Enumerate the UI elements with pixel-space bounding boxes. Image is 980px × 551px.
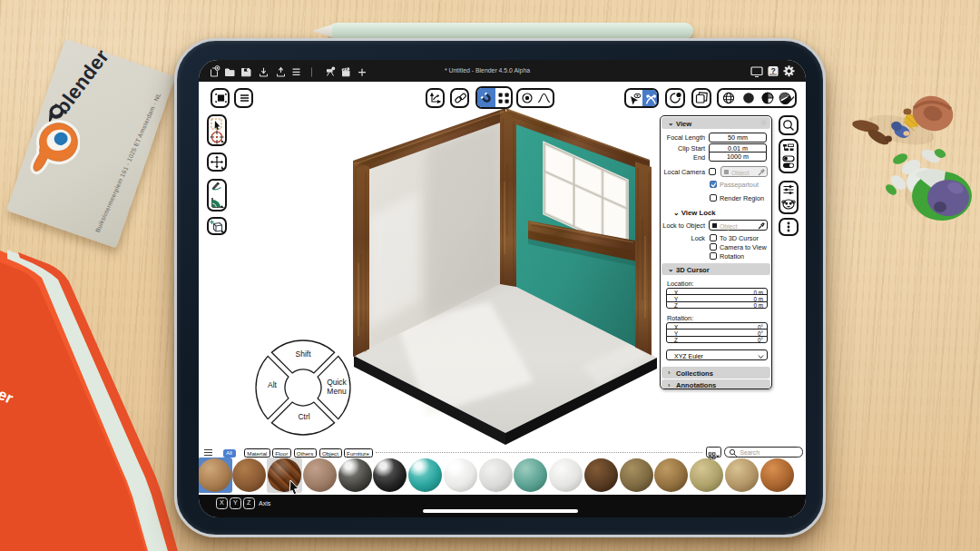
svg-text:Alt: Alt bbox=[268, 380, 278, 389]
svg-text:Shift: Shift bbox=[295, 349, 311, 359]
svg-text:Menu: Menu bbox=[327, 387, 347, 396]
svg-text:Ctrl: Ctrl bbox=[298, 412, 309, 421]
svg-text:Quick: Quick bbox=[327, 378, 347, 387]
